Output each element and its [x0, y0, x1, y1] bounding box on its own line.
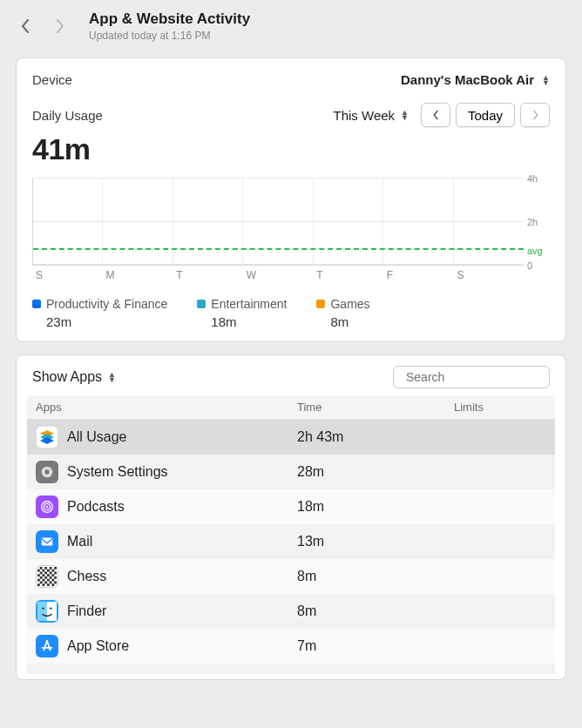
app-name-label: Mail — [67, 534, 92, 549]
appstore-icon — [36, 635, 58, 657]
legend-item: Entertainment18m — [197, 297, 287, 329]
avg-label: avg — [527, 246, 543, 256]
col-limits[interactable]: Limits — [454, 401, 546, 414]
svg-rect-32 — [43, 579, 45, 582]
legend-swatch — [316, 300, 325, 308]
search-field[interactable] — [393, 366, 550, 388]
app-name-label: Chess — [67, 569, 106, 584]
svg-rect-16 — [43, 570, 45, 572]
svg-point-9 — [46, 506, 49, 509]
updown-icon: ▲▼ — [108, 372, 116, 382]
device-select[interactable]: Danny's MacBook Air ▲▼ — [401, 72, 550, 87]
prev-period-button[interactable] — [421, 103, 450, 127]
app-name-label: App Store — [67, 638, 129, 654]
svg-rect-26 — [52, 574, 55, 576]
svg-rect-11 — [40, 567, 43, 570]
col-time[interactable]: Time — [297, 401, 454, 414]
svg-rect-33 — [47, 579, 50, 582]
today-button[interactable]: Today — [456, 103, 515, 127]
svg-point-46 — [50, 608, 51, 610]
gear-icon — [36, 461, 58, 483]
svg-rect-19 — [40, 572, 43, 575]
svg-rect-34 — [52, 579, 55, 582]
app-name-label: System Settings — [67, 464, 168, 480]
svg-rect-41 — [47, 583, 50, 586]
range-selected-value: This Week — [334, 108, 396, 123]
x-tick: T — [313, 269, 383, 281]
back-button[interactable] — [16, 17, 35, 36]
range-select[interactable]: This Week ▲▼ — [330, 106, 413, 125]
device-label: Device — [32, 72, 72, 87]
col-apps[interactable]: Apps — [36, 401, 297, 414]
svg-rect-27 — [40, 576, 43, 579]
app-row[interactable]: Mail13m — [27, 524, 555, 559]
legend-label: Productivity & Finance — [46, 297, 167, 311]
app-time: 28m — [297, 464, 454, 480]
apps-table-body: All Usage2h 43mSystem Settings28mPodcast… — [27, 420, 555, 664]
app-row[interactable]: App Store7m — [27, 629, 555, 664]
search-input[interactable] — [406, 370, 558, 384]
daily-usage-label: Daily Usage — [32, 108, 103, 123]
app-row[interactable]: All Usage2h 43m — [27, 420, 555, 455]
legend-time: 23m — [32, 314, 167, 329]
device-selected-value: Danny's MacBook Air — [401, 72, 534, 87]
page-subtitle: Updated today at 1:16 PM — [89, 30, 250, 42]
usage-chart: 02h4havg — [32, 179, 550, 266]
svg-rect-37 — [50, 582, 52, 584]
svg-rect-13 — [50, 567, 52, 570]
forward-button[interactable] — [51, 17, 70, 36]
app-row[interactable]: Chess8m — [27, 559, 555, 594]
svg-rect-40 — [43, 583, 45, 586]
svg-rect-23 — [37, 574, 40, 576]
x-tick: S — [32, 269, 103, 281]
svg-rect-36 — [44, 582, 47, 584]
legend-time: 8m — [316, 314, 369, 329]
svg-rect-18 — [52, 570, 55, 572]
svg-rect-28 — [44, 576, 47, 579]
app-time: 18m — [297, 499, 454, 515]
updown-icon: ▲▼ — [401, 110, 409, 120]
show-mode-select[interactable]: Show Apps ▲▼ — [32, 369, 116, 385]
avg-line — [33, 248, 524, 250]
svg-rect-22 — [54, 572, 57, 575]
app-time: 7m — [297, 638, 454, 654]
app-time: 8m — [297, 603, 454, 619]
next-period-button[interactable] — [520, 103, 550, 127]
app-row[interactable]: System Settings28m — [27, 455, 555, 489]
apps-panel: Show Apps ▲▼ Apps Time Limits All Usage2… — [16, 354, 566, 680]
legend-item: Productivity & Finance23m — [32, 297, 167, 329]
y-tick: 2h — [527, 217, 538, 227]
mail-icon — [36, 530, 58, 553]
legend-label: Entertainment — [211, 297, 287, 311]
svg-rect-35 — [40, 582, 43, 584]
svg-rect-17 — [47, 570, 50, 572]
app-name-label: Podcasts — [67, 499, 125, 515]
svg-rect-38 — [54, 582, 57, 584]
overflow-row-peek — [27, 664, 555, 674]
legend-swatch — [197, 300, 206, 308]
app-name-label: All Usage — [67, 429, 126, 445]
svg-rect-14 — [54, 567, 57, 570]
svg-rect-42 — [52, 583, 55, 586]
svg-rect-20 — [44, 572, 47, 575]
y-tick: 0 — [527, 260, 532, 271]
activity-panel: Device Danny's MacBook Air ▲▼ Daily Usag… — [16, 57, 566, 342]
stack-icon — [36, 426, 58, 448]
podcasts-icon — [36, 495, 58, 518]
app-row[interactable]: Podcasts18m — [27, 489, 555, 524]
header: App & Website Activity Updated today at … — [0, 0, 582, 45]
svg-rect-43 — [37, 602, 47, 621]
app-name-label: Finder — [67, 603, 106, 619]
chart-legend: Productivity & Finance23mEntertainment18… — [32, 297, 550, 329]
y-tick: 4h — [527, 173, 538, 184]
svg-rect-29 — [50, 576, 52, 579]
svg-rect-21 — [50, 572, 52, 575]
page-title: App & Website Activity — [89, 10, 250, 28]
svg-rect-12 — [44, 567, 47, 570]
svg-rect-24 — [43, 574, 45, 576]
app-row[interactable]: Finder8m — [27, 594, 555, 629]
x-tick: T — [173, 269, 243, 281]
svg-rect-10 — [42, 538, 53, 546]
chess-icon — [36, 565, 58, 588]
x-tick: M — [103, 269, 173, 281]
